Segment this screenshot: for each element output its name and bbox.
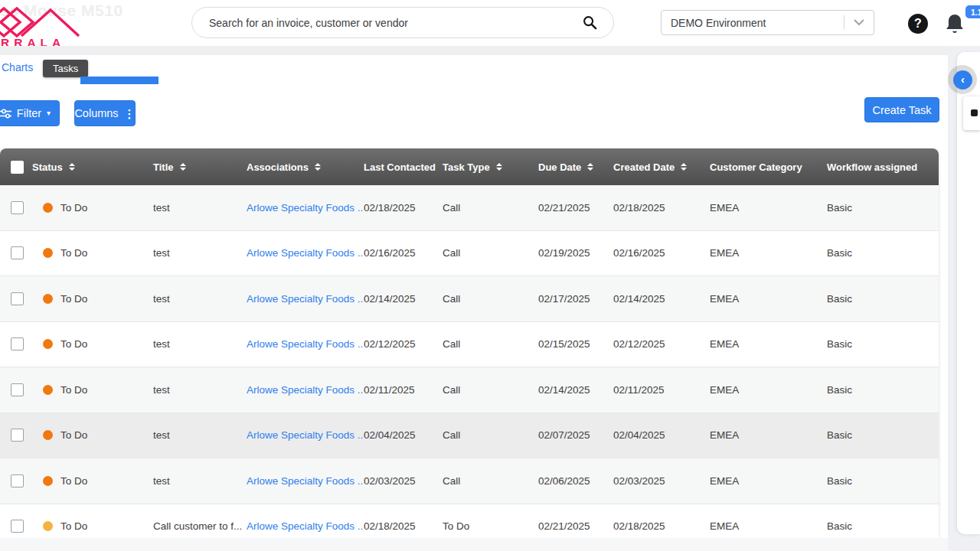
sort-icon[interactable]	[496, 163, 502, 171]
due-date-cell: 02/21/2025	[538, 520, 613, 532]
last-contacted-cell: 02/03/2025	[364, 475, 443, 487]
table-row[interactable]: To DotestArlowe Specialty Foods ...02/12…	[0, 322, 939, 368]
task-type-cell: Call	[443, 202, 538, 214]
tab-tasks-active-indicator[interactable]	[80, 77, 158, 84]
association-link[interactable]: Arlowe Specialty Foods ...	[247, 338, 364, 350]
environment-select[interactable]: DEMO Environment	[661, 10, 874, 35]
search-icon[interactable]	[583, 15, 597, 30]
table-row[interactable]: To DotestArlowe Specialty Foods ...02/04…	[0, 413, 939, 459]
status-dot	[43, 339, 53, 349]
workflow-assigned-cell: Basic	[827, 520, 939, 532]
association-link[interactable]: Arlowe Specialty Foods ...	[247, 475, 364, 487]
column-header-last-contacted: Last Contacted	[364, 161, 443, 173]
last-contacted-cell: 02/12/2025	[364, 338, 443, 350]
table-row[interactable]: To DotestArlowe Specialty Foods ...02/11…	[0, 367, 939, 413]
association-link[interactable]: Arlowe Specialty Foods ...	[247, 247, 364, 259]
association-cell: Arlowe Specialty Foods ...	[247, 247, 364, 259]
notifications-bell-icon[interactable]	[944, 12, 965, 35]
customer-category-cell: EMEA	[710, 429, 827, 441]
due-date-cell: 02/14/2025	[538, 384, 613, 396]
select-all-checkbox[interactable]	[11, 161, 24, 174]
task-type-cell: Call	[443, 338, 538, 350]
sort-icon[interactable]	[315, 163, 321, 171]
customer-category-cell: EMEA	[710, 293, 827, 305]
status-dot	[43, 294, 53, 304]
row-checkbox[interactable]	[11, 383, 24, 396]
row-select-cell	[0, 201, 32, 214]
chevron-down-icon[interactable]	[844, 19, 874, 26]
customer-category-cell: EMEA	[710, 475, 827, 487]
column-header-due-date[interactable]: Due Date	[538, 161, 613, 173]
columns-button-label: Columns	[74, 107, 118, 119]
task-type-cell: Call	[443, 247, 538, 259]
table-row[interactable]: To DotestArlowe Specialty Foods ...02/18…	[0, 185, 939, 231]
row-checkbox[interactable]	[11, 337, 24, 350]
table-row[interactable]: To DotestArlowe Specialty Foods ...02/16…	[0, 231, 939, 277]
created-date-cell: 02/11/2025	[613, 384, 710, 396]
chevron-left-icon: ‹	[961, 73, 965, 86]
association-cell: Arlowe Specialty Foods ...	[247, 202, 364, 214]
column-header-task-type[interactable]: Task Type	[443, 161, 538, 173]
row-checkbox[interactable]	[11, 246, 24, 259]
column-header-label: Associations	[247, 161, 309, 173]
association-link[interactable]: Arlowe Specialty Foods ...	[247, 293, 364, 305]
association-cell: Arlowe Specialty Foods ...	[247, 475, 364, 487]
last-contacted-cell: 02/18/2025	[364, 202, 443, 214]
association-cell: Arlowe Specialty Foods ...	[247, 520, 364, 532]
title-cell: test	[153, 247, 247, 259]
sort-icon[interactable]	[69, 163, 75, 171]
task-type-cell: Call	[443, 429, 538, 441]
column-header-associations[interactable]: Associations	[247, 161, 364, 173]
tab-charts[interactable]: Charts	[2, 61, 33, 73]
column-header-status[interactable]: Status	[32, 161, 153, 173]
status-dot	[43, 476, 53, 486]
column-header-workflow-assigned: Workflow assigned	[827, 161, 939, 173]
association-link[interactable]: Arlowe Specialty Foods ...	[247, 520, 364, 532]
column-header-created-date[interactable]: Created Date	[613, 161, 710, 173]
caret-down-icon: ▾	[47, 109, 51, 117]
search-input[interactable]	[191, 7, 614, 38]
last-contacted-cell: 02/14/2025	[364, 293, 443, 305]
status-label: To Do	[60, 429, 87, 441]
row-checkbox[interactable]	[11, 292, 24, 305]
filter-button[interactable]: Filter ▾	[0, 100, 60, 126]
tab-tasks-tooltip: Tasks	[43, 60, 88, 77]
status-cell: To Do	[32, 384, 153, 396]
sort-icon[interactable]	[180, 163, 186, 171]
association-link[interactable]: Arlowe Specialty Foods ...	[247, 429, 364, 441]
column-header-label: Status	[32, 161, 63, 173]
status-dot	[43, 521, 53, 531]
title-cell: Call customer to f...	[153, 520, 247, 532]
status-label: To Do	[60, 338, 87, 350]
row-checkbox[interactable]	[11, 474, 24, 487]
row-checkbox[interactable]	[11, 429, 24, 442]
row-select-cell	[0, 337, 32, 350]
side-panel-card-icon	[971, 109, 978, 116]
status-cell: To Do	[32, 429, 153, 441]
page-bottom-strip	[0, 538, 980, 551]
row-checkbox[interactable]	[11, 201, 24, 214]
association-link[interactable]: Arlowe Specialty Foods ...	[247, 202, 364, 214]
column-header-title[interactable]: Title	[153, 161, 247, 173]
table-row[interactable]: To DotestArlowe Specialty Foods ...02/03…	[0, 458, 939, 504]
row-checkbox[interactable]	[11, 520, 24, 533]
column-header-label: Due Date	[538, 161, 581, 173]
help-icon[interactable]: ?	[908, 14, 928, 34]
table-row[interactable]: To DotestArlowe Specialty Foods ...02/14…	[0, 276, 939, 322]
columns-button[interactable]: Columns ⋮	[74, 100, 136, 126]
created-date-cell: 02/14/2025	[613, 293, 710, 305]
association-link[interactable]: Arlowe Specialty Foods ...	[247, 384, 364, 396]
select-all-cell	[0, 161, 32, 174]
status-label: To Do	[60, 247, 87, 259]
created-date-cell: 02/04/2025	[613, 429, 710, 441]
sort-icon[interactable]	[681, 163, 687, 171]
filter-sliders-icon	[0, 109, 11, 119]
created-date-cell: 02/18/2025	[613, 202, 710, 214]
create-task-button[interactable]: Create Task	[864, 97, 939, 122]
table-row[interactable]: To DoCall customer to f...Arlowe Special…	[0, 504, 939, 539]
task-type-cell: Call	[443, 384, 538, 396]
collapse-panel-button[interactable]: ‹	[953, 70, 972, 90]
due-date-cell: 02/15/2025	[538, 338, 613, 350]
status-cell: To Do	[32, 202, 153, 214]
sort-icon[interactable]	[587, 163, 593, 171]
